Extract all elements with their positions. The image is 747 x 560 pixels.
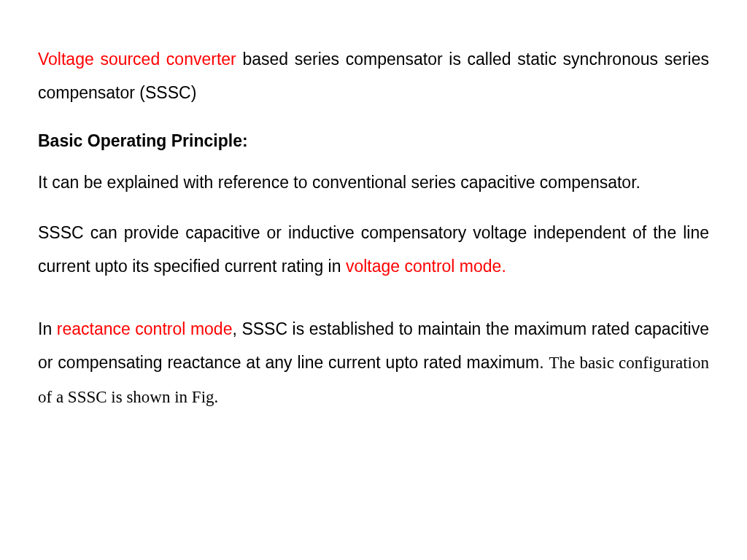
term-reactance-control-mode: reactance control mode — [57, 319, 233, 338]
principle-paragraph: It can be explained with reference to co… — [38, 170, 709, 195]
voltage-mode-paragraph: SSSC can provide capacitive or inductive… — [38, 216, 709, 283]
term-vsc: Voltage sourced converter — [38, 50, 236, 69]
term-voltage-control-mode: voltage control mode. — [346, 257, 506, 276]
reactance-mode-paragraph: In reactance control mode, SSSC is estab… — [38, 312, 709, 414]
intro-paragraph: Voltage sourced converter based series c… — [38, 42, 709, 109]
reactance-a: In — [38, 319, 57, 338]
section-heading: Basic Operating Principle: — [38, 131, 709, 151]
